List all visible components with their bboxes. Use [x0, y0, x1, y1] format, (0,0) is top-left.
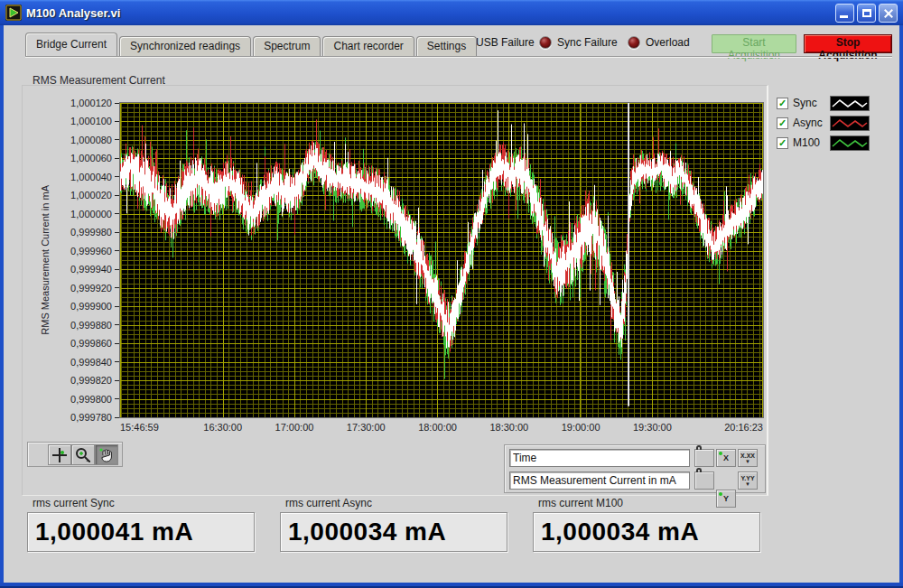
- y-tick-label: 0,999980: [70, 227, 119, 238]
- zoom-tool-button[interactable]: [71, 444, 95, 465]
- async-line-style-sample[interactable]: [830, 116, 870, 131]
- y-tick-label: 0,999900: [70, 301, 119, 312]
- led-group-sync-failure: Sync Failure: [539, 36, 618, 49]
- sync-failure-led-icon: [539, 36, 552, 49]
- legend-row-sync: ✓Sync: [777, 93, 889, 113]
- legend-label: Sync: [793, 97, 825, 109]
- x-axis-tick-labels: 15:46:5916:30:0017:00:0017:30:0018:00:00…: [120, 422, 763, 434]
- window-border-right: [899, 25, 903, 583]
- pan-tool-button[interactable]: [95, 444, 118, 465]
- sync-line-style-sample[interactable]: [830, 96, 870, 111]
- y-tick-label: 1,000080: [70, 135, 119, 145]
- y-axis-tick-labels: 1,0001201,0001001,0000801,0000601,000040…: [43, 103, 119, 417]
- readout-value: 1,000041 mA: [35, 518, 193, 546]
- window-border-bottom: [0, 583, 903, 588]
- x-tick-label: 19:30:00: [633, 422, 672, 433]
- y-scale-lock-button[interactable]: [694, 471, 714, 490]
- minimize-button[interactable]: [835, 4, 854, 23]
- minimize-icon: [840, 15, 848, 18]
- tab-strip: Bridge CurrentSynchronized readingsSpect…: [25, 33, 479, 56]
- x-tick-label: 19:00:00: [562, 422, 600, 433]
- x-format-button[interactable]: X.XX▼: [738, 449, 758, 467]
- tab-spectrum[interactable]: Spectrum: [253, 36, 321, 56]
- readout-value-box: 1,000041 mA: [27, 512, 255, 552]
- y-tick-label: 0,999800: [70, 394, 119, 405]
- titlebar[interactable]: M100 Analyser.vi: [0, 0, 903, 25]
- x-tick-label: 18:30:00: [489, 422, 528, 433]
- readout-rms-current-async: rms current Async1,000034 mA: [280, 495, 507, 558]
- legend-label: Async: [793, 117, 825, 129]
- y-tick-label: 1,000060: [70, 153, 119, 163]
- x-axis-name-input[interactable]: [509, 449, 690, 467]
- m100-line-style-sample[interactable]: [830, 135, 870, 151]
- readout-rms-current-sync: rms current Sync1,000041 mA: [27, 495, 255, 558]
- maximize-button[interactable]: [857, 4, 876, 23]
- x-tick-label: 16:30:00: [203, 422, 242, 433]
- y-tick-label: 1,000000: [70, 209, 119, 219]
- plot-legend: ✓Sync✓Async✓M100: [777, 93, 889, 153]
- readout-value-box: 1,000034 mA: [280, 512, 507, 552]
- y-tick-label: 0,999840: [70, 357, 119, 368]
- x-scale-lock-button[interactable]: [694, 449, 714, 467]
- tab-synchronized-readings[interactable]: Synchronized readings: [119, 36, 251, 56]
- y-format-button[interactable]: Y.YY▼: [738, 471, 758, 490]
- x-autoscale-label: X: [723, 453, 729, 462]
- y-tick-label: 1,000040: [70, 172, 119, 182]
- stop-acquisition-button[interactable]: Stop Acquisition: [804, 34, 892, 53]
- readout-value-box: 1,000034 mA: [533, 512, 760, 552]
- tab-settings[interactable]: Settings: [416, 36, 477, 56]
- x-tick-label: 15:46:59: [120, 422, 159, 433]
- x-tick-label: 17:00:00: [275, 422, 314, 433]
- led-label: USB Failure: [476, 36, 535, 49]
- x-tick-label: 18:00:00: [418, 422, 457, 433]
- tab-bridge-current[interactable]: Bridge Current: [25, 33, 117, 56]
- led-label: Overload: [646, 36, 690, 49]
- readout-rms-current-m100: rms current M1001,000034 mA: [533, 495, 760, 558]
- x-format-icon: X.XX▼: [740, 453, 755, 464]
- y-tick-label: 1,000020: [70, 190, 119, 201]
- y-tick-label: 0,999940: [70, 264, 119, 275]
- led-label: Sync Failure: [557, 36, 618, 49]
- waveform-canvas[interactable]: [120, 103, 763, 417]
- hand-icon: [98, 447, 115, 463]
- led-group-overload: Overload: [628, 36, 690, 49]
- start-acquisition-button[interactable]: Start Acquisition: [712, 34, 796, 53]
- close-button[interactable]: [879, 4, 898, 23]
- graph-title: RMS Measurement Current: [33, 74, 165, 87]
- scale-legend: X X.XX▼ Y Y.YY▼: [504, 444, 766, 493]
- maximize-icon: [862, 9, 871, 17]
- y-tick-label: 0,999780: [70, 412, 119, 423]
- tab-page-edge: [25, 56, 892, 58]
- legend-row-async: ✓Async: [777, 113, 889, 133]
- x-tick-label: 20:16:23: [724, 422, 763, 433]
- readout-value: 1,000034 mA: [288, 518, 446, 546]
- window: M100 Analyser.vi Bridge CurrentSynchroni…: [0, 0, 903, 588]
- labview-vi-icon: [5, 5, 22, 21]
- readout-label: rms current M100: [538, 497, 760, 509]
- y-axis-name-input[interactable]: [509, 471, 690, 490]
- autoscale-on-dot: [719, 452, 722, 455]
- y-tick-label: 0,999880: [70, 320, 119, 331]
- window-border-left: [0, 25, 4, 583]
- overload-led-icon: [628, 36, 640, 49]
- sync-visible-checkbox[interactable]: ✓: [777, 98, 788, 109]
- y-tick-label: 0,999960: [70, 246, 119, 257]
- legend-label: M100: [793, 136, 825, 149]
- crosshair-icon: [51, 447, 68, 463]
- readout-label: rms current Async: [285, 497, 507, 509]
- cursor-tool-button[interactable]: [48, 444, 71, 465]
- y-tick-label: 0,999820: [70, 375, 119, 386]
- tab-chart-recorder[interactable]: Chart recorder: [322, 36, 414, 56]
- m100-visible-checkbox[interactable]: ✓: [777, 137, 788, 149]
- x-tick-label: 17:30:00: [347, 422, 386, 433]
- magnifier-icon: [75, 447, 91, 463]
- readout-value: 1,000034 mA: [541, 518, 699, 546]
- window-title: M100 Analyser.vi: [26, 6, 120, 20]
- window-controls: [835, 4, 898, 23]
- y-format-icon: Y.YY▼: [740, 475, 754, 487]
- y-tick-label: 1,000120: [70, 98, 119, 108]
- x-autoscale-button[interactable]: X: [716, 449, 736, 467]
- async-visible-checkbox[interactable]: ✓: [777, 117, 788, 129]
- plot-area[interactable]: [119, 102, 764, 418]
- graph-palette: [27, 442, 123, 467]
